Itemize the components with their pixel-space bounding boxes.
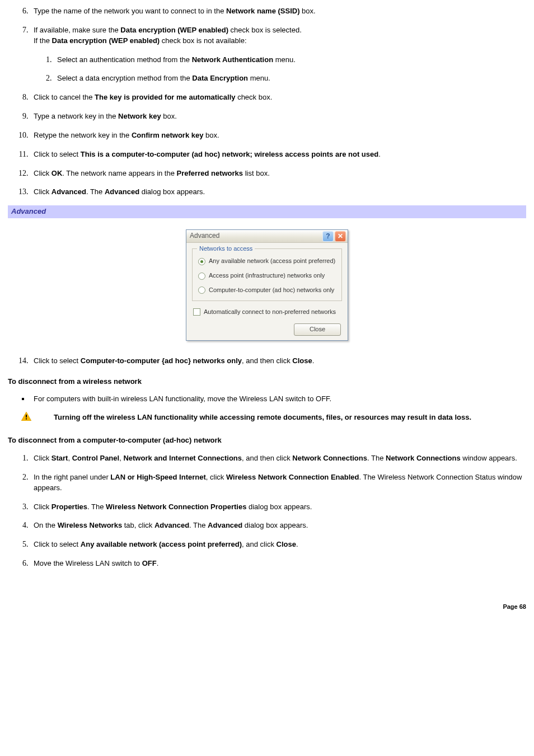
step-7: If available, make sure the Data encrypt… [30,25,526,84]
help-icon[interactable]: ? [322,231,334,242]
radio-label: Access point (infrastructure) networks o… [209,271,325,280]
step-11: Click to select This is a computer-to-co… [30,149,526,160]
step-7-1: Select an authentication method from the… [54,54,526,65]
dialog-title: Advanced [190,231,219,241]
heading-disconnect-wireless: To disconnect from a wireless network [8,377,526,387]
radio-icon [198,287,205,294]
bullet-switch-off: For computers with built-in wireless LAN… [30,394,526,405]
warning-icon [21,412,31,424]
dialog-body: Networks to access Any available network… [186,243,348,340]
steps-list-a-cont: Click to select Computer-to-computer {ad… [8,355,526,367]
section-bar-advanced: Advanced [8,205,526,218]
steps-list-b: Click Start, Control Panel, Network and … [8,453,526,569]
steps-list-a: Type the name of the network you want to… [8,6,526,198]
warning-block: Turning off the wireless LAN functionali… [8,412,526,424]
radio-icon [198,258,205,265]
bullet-list: For computers with built-in wireless LAN… [8,394,526,405]
step-b2: In the right panel under LAN or High-Spe… [30,472,526,494]
step-7-2: Select a data encryption method from the… [54,73,526,84]
step-7-sublist: Select an authentication method from the… [34,54,526,84]
radio-icon [198,273,205,280]
radio-access-point-only[interactable]: Access point (infrastructure) networks o… [198,271,337,280]
checkbox-auto-connect[interactable]: Automatically connect to non-preferred n… [193,308,342,317]
step-10: Retype the network key in the Confirm ne… [30,130,526,141]
radio-label: Any available network (access point pref… [209,257,335,266]
step-b4: On the Wireless Networks tab, click Adva… [30,520,526,531]
group-legend: Networks to access [197,245,255,253]
page-number: Page 68 [8,603,526,612]
warning-text: Turning off the wireless LAN functionali… [54,414,471,422]
radio-any-available[interactable]: Any available network (access point pref… [198,257,337,266]
checkbox-icon [193,308,200,316]
step-b3: Click Properties. The Wireless Network C… [30,501,526,513]
checkbox-label: Automatically connect to non-preferred n… [204,308,336,317]
step-8: Click to cancel the The key is provided … [30,92,526,103]
step-b6: Move the Wireless LAN switch to OFF. [30,558,526,569]
step-9: Type a network key in the Network key bo… [30,111,526,122]
dialog-advanced-figure: Advanced ? ✕ Networks to access Any avai… [8,229,526,341]
close-button[interactable]: Close [294,323,341,336]
dialog-titlebar: Advanced ? ✕ [186,230,348,243]
radio-adhoc-only[interactable]: Computer-to-computer (ad hoc) networks o… [198,286,337,295]
step-6: Type the name of the network you want to… [30,6,526,17]
step-14: Click to select Computer-to-computer {ad… [30,355,526,367]
step-13: Click Advanced. The Advanced dialog box … [30,186,526,198]
dialog-advanced: Advanced ? ✕ Networks to access Any avai… [186,229,348,341]
groupbox-networks-to-access: Networks to access Any available network… [192,248,342,301]
svg-rect-1 [26,415,27,417]
step-12: Click OK. The network name appears in th… [30,168,526,179]
close-icon[interactable]: ✕ [335,231,346,242]
step-b5: Click to select Any available network (a… [30,539,526,550]
radio-label: Computer-to-computer (ad hoc) networks o… [209,286,334,295]
step-b1: Click Start, Control Panel, Network and … [30,453,526,464]
svg-rect-2 [26,419,27,420]
heading-disconnect-adhoc: To disconnect from a computer-to-compute… [8,435,526,446]
